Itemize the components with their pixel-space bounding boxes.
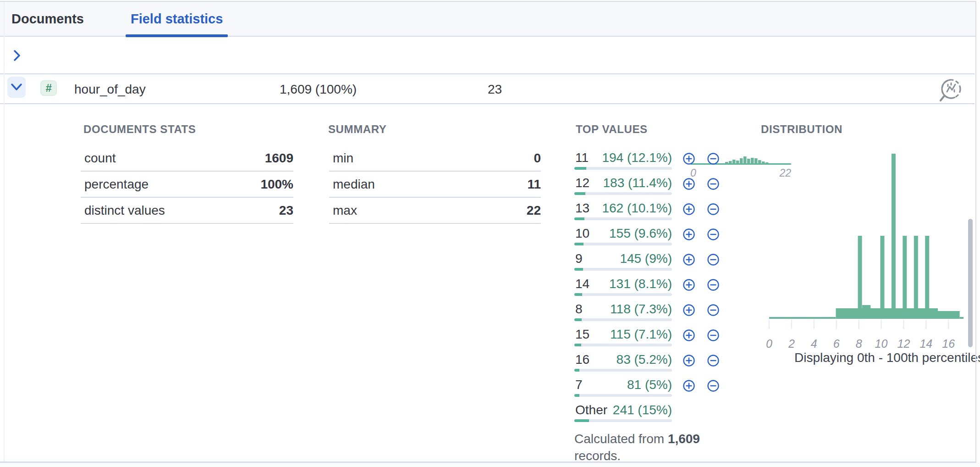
top-values-list: 11194 (12.1%)12183 (11.4%)13162 (10.1%)1… [574, 148, 730, 464]
top-value-count: 131 (8.1%) [574, 277, 672, 291]
sparkline-bar [743, 156, 747, 164]
top-value-progress-track [574, 318, 672, 321]
summary-table: min0median11max22 [329, 145, 541, 224]
stat-label: min [329, 151, 353, 166]
top-value-count: 155 (9.6%) [574, 226, 672, 241]
expand-all-chevron-icon[interactable] [11, 49, 23, 62]
top-value-row: 8118 (7.3%) [574, 299, 730, 324]
distribution-spike-bar [892, 154, 896, 319]
filter-for-value-button[interactable] [683, 228, 695, 241]
filter-for-value-button[interactable] [683, 304, 695, 317]
stat-label: distinct values [81, 203, 165, 218]
distribution-spike-bar [914, 236, 918, 319]
top-value-progress-track [574, 344, 672, 346]
distribution-chart: 0246810121416 [756, 147, 972, 362]
filter-out-value-button[interactable] [707, 278, 720, 291]
top-value-progress-fill [574, 394, 579, 397]
filter-for-value-button[interactable] [683, 278, 695, 291]
top-value-progress-fill [574, 419, 589, 422]
tab-field-statistics[interactable]: Field statistics [126, 1, 228, 36]
top-value-progress-fill [574, 217, 584, 220]
top-value-progress-track [574, 268, 672, 271]
documents-stats-table: count1609percentage100%distinct values23 [81, 145, 293, 224]
filter-for-value-button[interactable] [683, 329, 695, 342]
documents-stats-row: percentage100% [81, 172, 293, 198]
tab-documents[interactable]: Documents [6, 1, 89, 36]
axis-tick-label: 12 [897, 337, 910, 350]
documents-stats-title: DOCUMENTS STATS [83, 123, 196, 136]
filter-for-value-button[interactable] [683, 379, 695, 392]
top-values-title: TOP VALUES [576, 123, 648, 136]
filter-out-value-button[interactable] [707, 253, 720, 266]
stat-value: 0 [534, 151, 541, 166]
filter-out-value-button[interactable] [707, 329, 720, 342]
filter-out-value-button[interactable] [707, 354, 720, 367]
summary-title: SUMMARY [328, 123, 386, 136]
top-value-count: 183 (11.4%) [574, 176, 672, 190]
top-value-count: 162 (10.1%) [574, 201, 672, 216]
stat-value: 23 [279, 203, 293, 218]
filter-out-value-button[interactable] [707, 152, 720, 165]
axis-tick-label: 0 [766, 337, 772, 350]
stat-value: 22 [527, 203, 541, 218]
axis-tick-label: 14 [919, 337, 932, 350]
stat-label: percentage [81, 177, 149, 192]
stat-label: max [329, 203, 357, 218]
panel-right-border [975, 1, 976, 463]
top-value-progress-fill [574, 318, 582, 321]
summary-row: median11 [329, 172, 541, 198]
filter-for-value-button[interactable] [683, 152, 695, 165]
stat-value: 100% [260, 177, 293, 192]
filter-out-value-button[interactable] [707, 379, 720, 392]
distribution-base-bar [960, 317, 964, 319]
top-value-row: 9145 (9%) [574, 249, 730, 274]
distribution-spike-bar [880, 236, 884, 319]
top-value-row: 10155 (9.6%) [574, 223, 730, 249]
stat-label: median [329, 177, 375, 192]
top-value-progress-track [574, 167, 672, 170]
documents-stats-row: distinct values23 [81, 198, 293, 224]
summary-row: max22 [329, 198, 541, 224]
top-value-progress-track [574, 419, 672, 422]
filter-out-value-button[interactable] [707, 203, 720, 216]
filter-out-value-button[interactable] [707, 304, 720, 317]
axis-tick-label: 6 [833, 337, 840, 350]
filter-for-value-button[interactable] [683, 253, 695, 266]
tab-documents-label: Documents [11, 11, 84, 27]
top-value-progress-fill [574, 344, 581, 346]
top-value-progress-track [574, 369, 672, 372]
vertical-scrollbar[interactable] [968, 219, 973, 347]
calculated-from-note: Calculated from 1,609 records. [574, 430, 730, 464]
top-value-row: Other241 (15%) [574, 400, 730, 424]
collapse-row-button[interactable] [7, 77, 26, 98]
top-value-count: 118 (7.3%) [574, 302, 672, 317]
top-value-progress-fill [574, 369, 579, 372]
filter-for-value-button[interactable] [683, 178, 695, 190]
top-value-count: 83 (5.2%) [574, 352, 672, 367]
axis-tick-label: 8 [856, 337, 862, 350]
sparkline-bar [736, 161, 739, 164]
top-value-progress-track [574, 293, 672, 296]
axis-tick-label: 16 [942, 337, 955, 350]
top-value-progress-track [574, 192, 672, 195]
top-value-row: 781 (5%) [574, 375, 730, 400]
stat-value: 11 [527, 177, 541, 192]
top-value-count: 194 (12.1%) [574, 150, 672, 165]
distribution-base-bar [938, 311, 960, 319]
top-value-progress-track [574, 217, 672, 220]
distribution-title: DISTRIBUTION [761, 123, 842, 136]
explore-field-action-icon[interactable] [938, 78, 963, 108]
filter-out-value-button[interactable] [707, 228, 720, 241]
distribution-spike-bar [925, 236, 929, 319]
top-value-row: 14131 (8.1%) [574, 274, 730, 299]
top-value-row: 1683 (5.2%) [574, 350, 730, 375]
filter-for-value-button[interactable] [683, 354, 695, 367]
filter-for-value-button[interactable] [683, 203, 695, 216]
field-row-hour-of-day: # hour_of_day 1,609 (100%) 23 022 [0, 74, 974, 104]
filter-out-value-button[interactable] [707, 178, 720, 190]
top-value-count: 241 (15%) [574, 403, 672, 417]
stat-value: 1609 [265, 151, 293, 166]
axis-tick-label: 10 [875, 337, 888, 350]
distribution-spike-bar [903, 236, 907, 319]
top-value-progress-fill [574, 243, 584, 245]
